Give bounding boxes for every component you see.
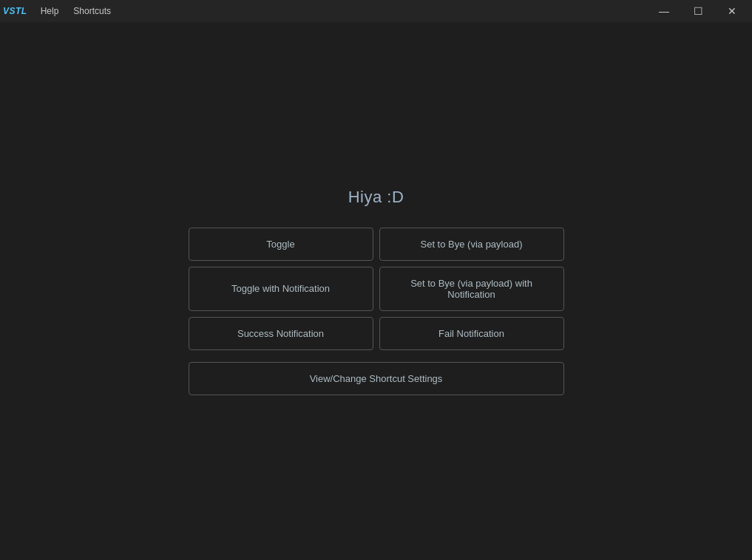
maximize-button[interactable]: ☐ — [681, 0, 715, 22]
main-content: Hiya :D Toggle Set to Bye (via payload) … — [0, 22, 752, 560]
set-to-bye-with-notification-button[interactable]: Set to Bye (via payload) with Notificati… — [379, 267, 564, 311]
app-title: Hiya :D — [348, 188, 404, 207]
minimize-button[interactable]: — — [647, 0, 681, 22]
title-bar: VSTL Help Shortcuts — ☐ ✕ — [0, 0, 752, 22]
fail-notification-button[interactable]: Fail Notification — [379, 317, 564, 350]
success-notification-button[interactable]: Success Notification — [189, 317, 373, 350]
button-grid: Toggle Set to Bye (via payload) Toggle w… — [189, 228, 564, 350]
toggle-with-notification-button[interactable]: Toggle with Notification — [189, 267, 373, 311]
view-change-shortcut-button[interactable]: View/Change Shortcut Settings — [189, 362, 564, 395]
menu-item-help[interactable]: Help — [33, 3, 67, 19]
set-to-bye-button[interactable]: Set to Bye (via payload) — [379, 228, 564, 261]
menu-item-shortcuts[interactable]: Shortcuts — [66, 3, 118, 19]
close-button[interactable]: ✕ — [715, 0, 749, 22]
app-logo: VSTL — [3, 6, 27, 16]
menu-bar: Help Shortcuts — [33, 3, 118, 19]
toggle-button[interactable]: Toggle — [189, 228, 373, 261]
window-controls: — ☐ ✕ — [647, 0, 749, 22]
